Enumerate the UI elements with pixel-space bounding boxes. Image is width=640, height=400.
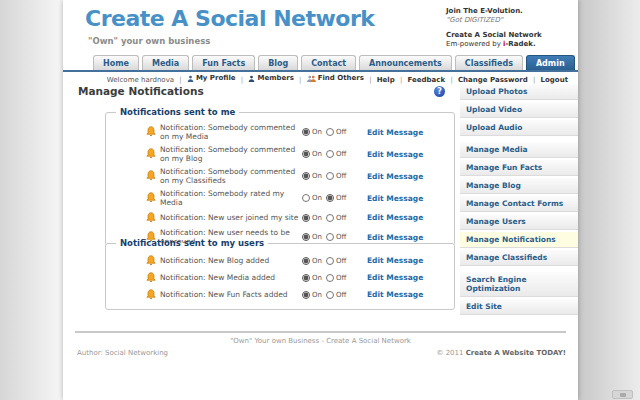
edit-message-link[interactable]: Edit Message <box>367 172 423 181</box>
on-radio[interactable]: On <box>302 274 322 282</box>
notification-bell-icon <box>145 126 157 138</box>
sidebar-item-manage-fun-facts[interactable]: Manage Fun Facts <box>460 160 578 176</box>
notification-label: Notification: New Blog added <box>160 256 302 265</box>
tab-contact[interactable]: Contact <box>301 55 356 70</box>
edit-message-link[interactable]: Edit Message <box>367 290 423 299</box>
edit-message-link[interactable]: Edit Message <box>367 213 423 222</box>
notification-label: Notification: Somebody rated my Media <box>160 189 302 207</box>
notification-row: Notification: New user joined my site On… <box>112 209 448 226</box>
find-others-link[interactable]: Find Others <box>307 74 364 82</box>
sidebar-item-manage-contact-forms[interactable]: Manage Contact Forms <box>460 196 578 212</box>
notifications-sent-to-users-section: Notifications sent to my users Notificat… <box>105 238 455 310</box>
notification-row: Notification: New Blog added On Off Edit… <box>112 252 448 269</box>
notification-bell-icon <box>145 255 157 267</box>
tab-home[interactable]: Home <box>93 55 139 70</box>
footer-tagline: "Own" Your own Business - Create A Socia… <box>63 337 578 345</box>
sidebar-item-manage-media[interactable]: Manage Media <box>460 142 578 158</box>
sidebar-item-upload-photos[interactable]: Upload Photos <box>460 84 578 100</box>
on-radio[interactable]: On <box>302 257 322 265</box>
edit-message-link[interactable]: Edit Message <box>367 273 423 282</box>
sidebar-item-manage-notifications[interactable]: Manage Notifications <box>460 232 578 248</box>
site-page: Create A Social Network "Own" your own b… <box>63 0 578 400</box>
help-icon[interactable]: ? <box>434 86 445 97</box>
two-persons-icon <box>307 75 316 82</box>
tab-blog[interactable]: Blog <box>258 55 298 70</box>
on-radio[interactable]: On <box>302 172 322 180</box>
notification-label: Notification: New user joined my site <box>160 213 302 222</box>
tab-media[interactable]: Media <box>142 55 189 70</box>
sidebar-item-search-engine-optimization[interactable]: Search Engine Optimization <box>460 272 578 297</box>
notification-bell-icon <box>145 170 157 182</box>
person-icon <box>187 75 194 82</box>
site-logo: Create A Social Network <box>85 6 374 31</box>
off-radio[interactable]: Off <box>326 194 346 202</box>
footer-brand: Create A Website TODAY! <box>466 349 566 357</box>
tab-fun-facts[interactable]: Fun Facts <box>192 55 255 70</box>
on-radio[interactable]: On <box>302 150 322 158</box>
user-bar: Welcome hardnova | My Profile | Members … <box>63 74 578 84</box>
notification-bell-icon <box>145 148 157 160</box>
on-radio[interactable]: On <box>302 214 322 222</box>
off-radio[interactable]: Off <box>326 274 346 282</box>
sidebar-item-upload-video[interactable]: Upload Video <box>460 102 578 118</box>
admin-sidebar: Upload Photos Upload Video Upload Audio … <box>460 84 578 321</box>
notification-bell-icon <box>145 289 157 301</box>
footer-author: Author: Social Networking <box>77 349 168 357</box>
edit-message-link[interactable]: Edit Message <box>367 150 423 159</box>
notification-bell-icon <box>145 212 157 224</box>
promo-line-4: Em-powered by i-Radek. <box>446 40 571 49</box>
notification-label: Notification: Somebody commented on my B… <box>160 145 302 163</box>
promo-line-2: "Got DIGITIZED" <box>446 16 571 25</box>
logout-link[interactable]: Logout <box>541 76 568 84</box>
scroll-top-button[interactable] <box>612 390 633 399</box>
off-radio[interactable]: Off <box>326 257 346 265</box>
section-legend: Notifications sent to my users <box>116 238 268 248</box>
notification-label: Notification: New Fun Facts added <box>160 290 302 299</box>
change-password-link[interactable]: Change Password <box>458 76 528 84</box>
sidebar-item-manage-users[interactable]: Manage Users <box>460 214 578 230</box>
sidebar-item-manage-classifieds[interactable]: Manage Classifieds <box>460 250 578 266</box>
promo-line-1: Join The E-Volution. <box>446 7 571 16</box>
nav-divider <box>63 70 578 72</box>
main-nav: Home Media Fun Facts Blog Contact Announ… <box>93 55 575 70</box>
person-icon <box>248 75 255 82</box>
help-link[interactable]: Help <box>377 76 395 84</box>
notification-label: Notification: Somebody commented on my C… <box>160 167 302 185</box>
footer-copyright: © 2011 Create A Website TODAY! <box>436 349 566 357</box>
tab-announcements[interactable]: Announcements <box>359 55 452 70</box>
notification-bell-icon <box>145 272 157 284</box>
notification-bell-icon <box>145 192 157 204</box>
sidebar-item-edit-site[interactable]: Edit Site <box>460 299 578 315</box>
notification-row: Notification: New Fun Facts added On Off… <box>112 286 448 303</box>
edit-message-link[interactable]: Edit Message <box>367 194 423 203</box>
notification-label: Notification: Somebody commented on my M… <box>160 123 302 141</box>
edit-message-link[interactable]: Edit Message <box>367 256 423 265</box>
feedback-link[interactable]: Feedback <box>408 76 446 84</box>
screenshot-viewport: Create A Social Network "Own" your own b… <box>0 0 640 400</box>
off-radio[interactable]: Off <box>326 128 346 136</box>
sidebar-item-manage-blog[interactable]: Manage Blog <box>460 178 578 194</box>
tab-classifieds[interactable]: Classifieds <box>455 55 523 70</box>
sidebar-item-upload-audio[interactable]: Upload Audio <box>460 120 578 136</box>
on-radio[interactable]: On <box>302 291 322 299</box>
edit-message-link[interactable]: Edit Message <box>367 128 423 137</box>
off-radio[interactable]: Off <box>326 291 346 299</box>
on-radio[interactable]: On <box>302 194 322 202</box>
notification-label: Notification: New Media added <box>160 273 302 282</box>
footer-divider <box>75 331 566 333</box>
site-tagline: "Own" your own business <box>88 36 210 46</box>
off-radio[interactable]: Off <box>326 172 346 180</box>
notification-row: Notification: Somebody commented on my M… <box>112 121 448 143</box>
section-legend: Notifications sent to me <box>116 107 239 117</box>
off-radio[interactable]: Off <box>326 150 346 158</box>
notification-row: Notification: Somebody rated my Media On… <box>112 187 448 209</box>
tab-admin[interactable]: Admin <box>526 55 575 70</box>
my-profile-link[interactable]: My Profile <box>187 74 236 82</box>
off-radio[interactable]: Off <box>326 214 346 222</box>
on-radio[interactable]: On <box>302 128 322 136</box>
header-promo: Join The E-Volution. "Got DIGITIZED" Cre… <box>446 7 571 49</box>
members-link[interactable]: Members <box>248 74 293 82</box>
notification-row: Notification: Somebody commented on my B… <box>112 143 448 165</box>
page-title: Manage Notifications <box>78 85 204 97</box>
promo-line-3: Create A Social Network <box>446 31 571 40</box>
